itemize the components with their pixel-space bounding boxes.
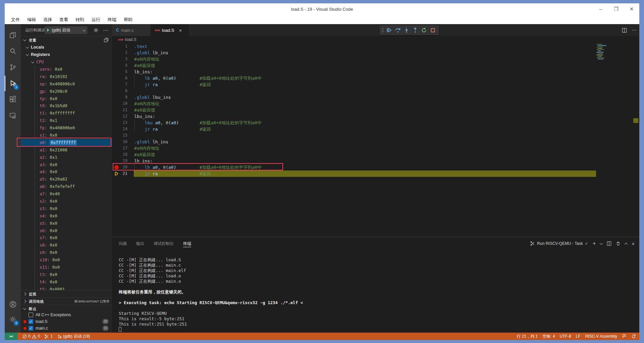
register-row-t1[interactable]: t1: 0xffffffff — [21, 110, 112, 117]
code-line-9[interactable]: 9.globl lbu_ins — [112, 94, 639, 100]
step-over-button[interactable] — [393, 26, 402, 34]
step-into-button[interactable] — [402, 26, 411, 34]
line-number[interactable]: 1 — [112, 43, 127, 50]
collapse-all-icon[interactable] — [104, 38, 109, 43]
terminal-dropdown-icon[interactable] — [600, 242, 603, 245]
eol-status[interactable]: LF — [574, 333, 583, 340]
restart-button[interactable] — [420, 26, 428, 34]
run-debug-icon[interactable]: 1 — [5, 76, 21, 91]
line-number[interactable]: 16 — [112, 139, 127, 145]
register-row-a3[interactable]: a3: 0x0 — [21, 161, 112, 168]
register-row-fp[interactable]: fp: 0x408006e0 — [21, 124, 112, 132]
register-row-a5[interactable]: a5: 0x20a82 — [21, 176, 112, 183]
notifications-bell-icon[interactable] — [629, 333, 639, 340]
breakpoint-checkbox[interactable]: ✓ — [29, 326, 33, 331]
line-number[interactable]: 10 — [112, 100, 127, 107]
menu-item[interactable]: 选择 — [40, 15, 56, 24]
code-line-5[interactable]: 5lb_ins: — [112, 69, 639, 75]
line-number[interactable]: 5 — [112, 69, 127, 75]
line-number[interactable]: 11 — [112, 107, 127, 113]
feedback-icon[interactable] — [620, 333, 629, 340]
panel-tab-调试控制台[interactable]: 调试控制台 — [154, 237, 174, 250]
restore-button[interactable]: ❐ — [608, 3, 624, 15]
menu-item[interactable]: 文件 — [7, 15, 23, 24]
register-row-a6[interactable]: a6: 0xfefefeff — [21, 183, 112, 190]
code-line-10[interactable]: 10#a0内存地址 — [112, 100, 639, 107]
register-row-tp[interactable]: tp: 0x0 — [21, 95, 112, 102]
breakpoint-checkbox[interactable]: ✓ — [29, 319, 33, 324]
line-number[interactable]: 3 — [112, 56, 127, 62]
start-debug-icon[interactable] — [47, 28, 50, 32]
minimize-button[interactable]: – — [593, 3, 608, 15]
register-row-s3[interactable]: s3: 0x0 — [21, 205, 112, 212]
breakpoints-section-header[interactable]: 断点 — [21, 305, 112, 312]
more-actions-icon[interactable]: ⋯ — [632, 27, 637, 33]
code-editor[interactable]: 1.text2.globl lb_ins3#a0内存地址4#a0返回值5lb_i… — [112, 43, 639, 237]
account-icon[interactable] — [5, 296, 21, 312]
code-line-19[interactable]: 19lh_ins: — [112, 158, 639, 164]
breakpoint-item[interactable]: ✓main.c15 — [21, 325, 112, 332]
remote-explorer-icon[interactable] — [5, 108, 21, 123]
extensions-icon[interactable] — [5, 92, 21, 107]
line-number[interactable]: 15 — [112, 132, 127, 139]
code-line-18[interactable]: 18#a0返回值 — [112, 151, 639, 158]
editor-tab-load.S[interactable]: ASMload.S× — [151, 24, 189, 36]
register-row-a1[interactable]: a1: 0x21008 — [21, 146, 112, 154]
register-row-s1[interactable]: s1: 0x0 — [21, 132, 112, 139]
menu-item[interactable]: 查看 — [56, 15, 72, 24]
register-row-a2[interactable]: a2: 0x1 — [21, 154, 112, 161]
kill-terminal-icon[interactable] — [616, 241, 621, 246]
scope-registers[interactable]: Registers — [21, 51, 112, 58]
code-line-4[interactable]: 4#a0返回值 — [112, 62, 639, 69]
register-row-a0[interactable]: a0: 0xffffffff — [21, 139, 112, 146]
code-line-6[interactable]: 6 lb a0, 0(a0)#加载a0+0地址处的字节到a0中 — [112, 75, 639, 81]
variables-section-header[interactable]: 变量 — [21, 36, 112, 44]
code-line-12[interactable]: 12lbu_ins: — [112, 113, 639, 120]
toolbar-drag-grip[interactable] — [381, 27, 384, 33]
register-row-sp[interactable]: sp: 0x408006c0 — [21, 80, 112, 88]
line-number[interactable]: 2 — [112, 50, 127, 56]
close-tab-icon[interactable]: × — [179, 27, 182, 33]
register-row-s9[interactable]: s9: 0x0 — [21, 249, 112, 256]
line-number[interactable]: 8 — [112, 88, 127, 94]
line-number[interactable]: 6 — [112, 75, 127, 81]
breadcrumb[interactable]: ASM load.S — [112, 36, 639, 43]
register-row-s8[interactable]: s8: 0x0 — [21, 242, 112, 249]
code-line-7[interactable]: 7 jr ra#返回 — [112, 81, 639, 88]
line-number[interactable]: 12 — [112, 113, 127, 120]
search-icon[interactable] — [5, 44, 21, 59]
launch-config-dropdown[interactable]: (gdb) 启动 — [45, 26, 88, 34]
line-number[interactable]: 13 — [112, 120, 127, 126]
close-panel-icon[interactable]: × — [632, 241, 635, 247]
register-row-s7[interactable]: s7: 0x0 — [21, 234, 112, 242]
register-row-a7[interactable]: a7: 0x40 — [21, 190, 112, 198]
source-control-icon[interactable] — [5, 60, 21, 75]
register-row-s2[interactable]: s2: 0x0 — [21, 198, 112, 205]
step-out-button[interactable] — [411, 26, 420, 34]
code-line-1[interactable]: 1.text — [112, 43, 639, 50]
gear-icon[interactable] — [93, 27, 99, 33]
maximize-panel-icon[interactable] — [625, 243, 628, 246]
register-row-zero[interactable]: zero: 0x0 — [21, 66, 112, 73]
line-number[interactable]: 19 — [112, 158, 127, 164]
code-line-11[interactable]: 11#a0返回值 — [112, 107, 639, 113]
debug-session-status[interactable]: (gdb) 启动 (19) — [55, 333, 92, 340]
register-row-s11[interactable]: s11: 0x0 — [21, 264, 112, 271]
line-number[interactable]: 17 — [112, 145, 127, 151]
scope-locals[interactable]: Locals — [21, 44, 112, 51]
register-row-t3[interactable]: t3: 0x0 — [21, 271, 112, 278]
register-row-t4[interactable]: t4: 0x0 — [21, 278, 112, 286]
split-terminal-icon[interactable] — [607, 241, 611, 246]
views-more-icon[interactable]: ⋯ — [102, 27, 109, 33]
register-row-t2[interactable]: t2: 0x1 — [21, 117, 112, 124]
code-line-3[interactable]: 3#a0内存地址 — [112, 56, 639, 62]
register-row-ra[interactable]: ra: 0x10192 — [21, 73, 112, 80]
code-line-20[interactable]: 20 lh a0, 0(a0)#加载a0+0地址处的半字到a0中 — [112, 164, 639, 170]
running-tasks-status[interactable]: 1 — [42, 333, 55, 340]
new-terminal-icon[interactable]: + — [593, 241, 596, 247]
encoding-status[interactable]: UTF-8 — [557, 333, 574, 340]
line-number[interactable]: 14 — [112, 126, 127, 132]
split-editor-icon[interactable] — [622, 28, 627, 33]
menu-item[interactable]: 转到 — [72, 15, 88, 24]
cursor-position-status[interactable]: 行 21，列 1 — [515, 333, 540, 340]
